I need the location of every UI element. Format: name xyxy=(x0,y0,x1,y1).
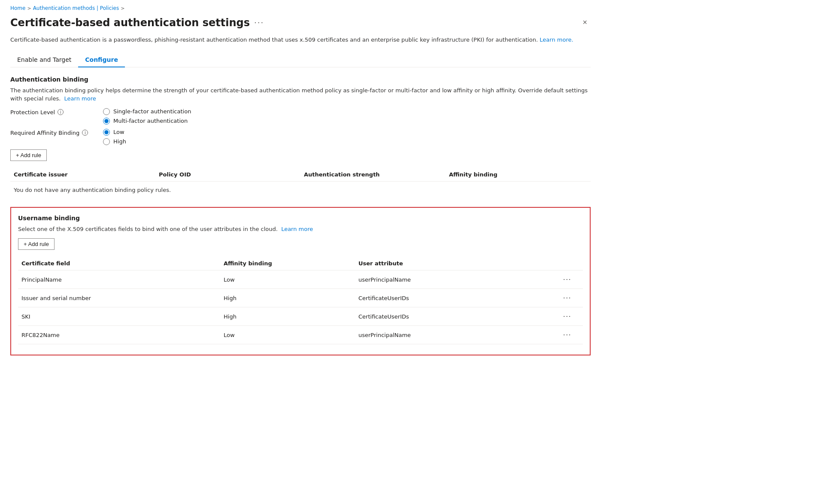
breadcrumb-home[interactable]: Home xyxy=(10,5,25,11)
username-binding-title: Username binding xyxy=(18,215,583,222)
protection-level-radio-group: Single-factor authentication Multi-facto… xyxy=(103,108,191,124)
breadcrumb-sep-1: > xyxy=(27,6,31,11)
auth-binding-learn-more[interactable]: Learn more xyxy=(64,95,96,102)
tab-configure[interactable]: Configure xyxy=(78,53,125,67)
breadcrumb-sep-2: > xyxy=(121,6,124,11)
low-affinity-radio[interactable] xyxy=(103,129,110,136)
cell-affinity-3: High xyxy=(220,313,355,320)
auth-binding-desc: The authentication binding policy helps … xyxy=(10,86,591,103)
cell-actions-4: ··· xyxy=(557,330,583,340)
multi-factor-radio[interactable] xyxy=(103,118,110,124)
cell-field-2: Issuer and serial number xyxy=(18,295,220,301)
page-header: Certificate-based authentication setting… xyxy=(10,16,591,29)
cell-field-3: SKI xyxy=(18,313,220,320)
col-auth-strength: Authentication strength xyxy=(300,171,446,178)
page-container: Home > Authentication methods | Policies… xyxy=(0,0,601,366)
protection-level-label: Protection Level i xyxy=(10,108,96,115)
col-user-attribute: User attribute xyxy=(355,260,557,267)
learn-more-link-top[interactable]: Learn more. xyxy=(540,36,573,43)
affinity-radio-group: Low High xyxy=(103,129,126,145)
col-certificate-issuer: Certificate issuer xyxy=(10,171,155,178)
cell-affinity-4: Low xyxy=(220,332,355,338)
close-button[interactable]: × xyxy=(579,16,591,29)
row-more-options-1[interactable]: ··· xyxy=(561,275,574,284)
affinity-info-icon[interactable]: i xyxy=(82,130,88,136)
col-cert-field: Certificate field xyxy=(18,260,220,267)
username-binding-table-header: Certificate field Affinity binding User … xyxy=(18,257,583,270)
page-title-row: Certificate-based authentication setting… xyxy=(10,17,264,29)
auth-binding-table-header: Certificate issuer Policy OID Authentica… xyxy=(10,168,591,182)
protection-level-info-icon[interactable]: i xyxy=(58,109,64,115)
auth-binding-table: Certificate issuer Policy OID Authentica… xyxy=(10,168,591,198)
cell-affinity-2: High xyxy=(220,295,355,301)
affinity-binding-label: Required Affinity Binding i xyxy=(10,129,96,136)
cell-actions-1: ··· xyxy=(557,275,583,284)
single-factor-option[interactable]: Single-factor authentication xyxy=(103,108,191,115)
cell-actions-3: ··· xyxy=(557,312,583,321)
col-actions xyxy=(557,260,583,267)
more-options-icon[interactable]: ··· xyxy=(254,18,264,27)
username-binding-table: Certificate field Affinity binding User … xyxy=(18,257,583,344)
high-affinity-option[interactable]: High xyxy=(103,138,126,145)
username-binding-add-rule-button[interactable]: + Add rule xyxy=(18,238,55,250)
cell-affinity-1: Low xyxy=(220,276,355,283)
col-ub-affinity-binding: Affinity binding xyxy=(220,260,355,267)
breadcrumb-policies[interactable]: Authentication methods | Policies xyxy=(33,5,119,11)
cell-attribute-3: CertificateUserIDs xyxy=(355,313,557,320)
page-title: Certificate-based authentication setting… xyxy=(10,17,250,29)
table-row: RFC822Name Low userPrincipalName ··· xyxy=(18,326,583,344)
row-more-options-3[interactable]: ··· xyxy=(561,312,574,321)
auth-binding-empty-message: You do not have any authentication bindi… xyxy=(10,182,591,198)
cell-field-4: RFC822Name xyxy=(18,332,220,338)
auth-binding-add-rule-button[interactable]: + Add rule xyxy=(10,149,47,161)
table-row: PrincipalName Low userPrincipalName ··· xyxy=(18,270,583,289)
single-factor-radio[interactable] xyxy=(103,108,110,115)
row-more-options-2[interactable]: ··· xyxy=(561,293,574,303)
cell-field-1: PrincipalName xyxy=(18,276,220,283)
row-more-options-4[interactable]: ··· xyxy=(561,330,574,340)
low-affinity-option[interactable]: Low xyxy=(103,129,126,136)
cell-attribute-2: CertificateUserIDs xyxy=(355,295,557,301)
high-affinity-radio[interactable] xyxy=(103,138,110,145)
col-policy-oid: Policy OID xyxy=(155,171,300,178)
page-description: Certificate-based authentication is a pa… xyxy=(10,36,591,44)
breadcrumb: Home > Authentication methods | Policies… xyxy=(10,5,591,11)
cell-actions-2: ··· xyxy=(557,293,583,303)
username-binding-section: Username binding Select one of the X.509… xyxy=(10,207,591,356)
cell-attribute-4: userPrincipalName xyxy=(355,332,557,338)
table-row: Issuer and serial number High Certificat… xyxy=(18,289,583,307)
protection-level-row: Protection Level i Single-factor authent… xyxy=(10,108,591,124)
affinity-binding-row: Required Affinity Binding i Low High xyxy=(10,129,591,145)
auth-binding-title: Authentication binding xyxy=(10,76,591,83)
auth-binding-section: Authentication binding The authenticatio… xyxy=(10,76,591,198)
multi-factor-option[interactable]: Multi-factor authentication xyxy=(103,118,191,124)
username-binding-desc: Select one of the X.509 certificates fie… xyxy=(18,225,583,234)
tabs: Enable and Target Configure xyxy=(10,53,591,67)
tab-enable-target[interactable]: Enable and Target xyxy=(10,53,78,67)
username-binding-learn-more[interactable]: Learn more xyxy=(281,226,313,232)
table-row: SKI High CertificateUserIDs ··· xyxy=(18,307,583,326)
cell-attribute-1: userPrincipalName xyxy=(355,276,557,283)
col-affinity-binding: Affinity binding xyxy=(446,171,591,178)
